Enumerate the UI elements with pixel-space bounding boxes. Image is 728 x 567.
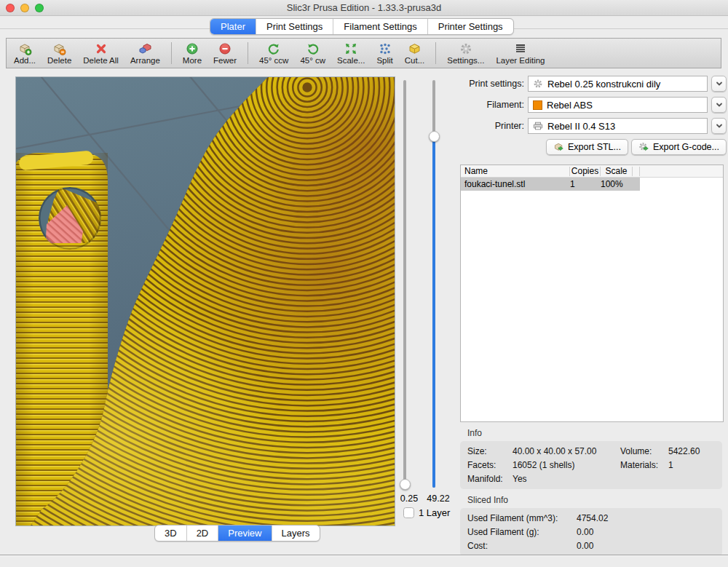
toolbar-separator	[248, 42, 248, 64]
printer-dropdown-button[interactable]	[711, 118, 727, 134]
zoom-window-button[interactable]	[35, 4, 44, 12]
more-copies-button[interactable]: More	[177, 41, 207, 66]
column-header-name[interactable]: Name	[461, 167, 570, 176]
printer-combo[interactable]: Rebel II 0.4 S13	[528, 118, 708, 134]
bottom-divider-highlight	[0, 555, 728, 556]
settings-button[interactable]: Settings...	[441, 41, 490, 66]
rotate-ccw-button[interactable]: 45° ccw	[253, 41, 294, 66]
chevron-down-icon	[715, 122, 724, 130]
print-settings-label: Print settings:	[460, 79, 524, 89]
filament-color-swatch	[533, 100, 542, 110]
chevron-down-icon	[715, 100, 724, 109]
chevron-down-icon	[715, 79, 724, 88]
tab-filament-settings[interactable]: Filament Settings	[333, 19, 427, 34]
export-stl-icon	[553, 142, 564, 152]
add-object-icon	[18, 42, 32, 55]
view-tab-2d[interactable]: 2D	[187, 526, 219, 541]
rotate-cw-icon	[306, 42, 320, 55]
export-gcode-icon	[638, 142, 649, 152]
layer-range-fill	[432, 140, 435, 488]
delete-all-button[interactable]: Delete All	[77, 41, 124, 66]
delete-all-icon	[95, 42, 108, 55]
tab-printer-settings[interactable]: Printer Settings	[428, 19, 513, 34]
min-layer-thumb[interactable]	[400, 479, 411, 490]
fewer-icon	[218, 42, 232, 55]
used-filament-g-label: Used Filament (g):	[467, 527, 577, 537]
toolbar-separator	[435, 42, 436, 64]
filament-label: Filament:	[460, 100, 524, 110]
preview-3d-viewport[interactable]	[15, 76, 395, 526]
printer-label: Printer:	[460, 121, 524, 131]
manifold-value: Yes	[513, 474, 620, 484]
max-layer-value: 49.22	[422, 493, 455, 504]
column-header-scale[interactable]: Scale	[601, 167, 633, 176]
split-button[interactable]: Split	[371, 41, 398, 66]
facets-label: Facets:	[467, 460, 513, 470]
view-tab-layers[interactable]: Layers	[272, 526, 320, 541]
max-layer-thumb[interactable]	[429, 131, 440, 142]
one-layer-checkbox[interactable]	[403, 507, 414, 518]
main-tabs: Plater Print Settings Filament Settings …	[210, 18, 514, 35]
title-bar: Slic3r Prusa Edition - 1.33.3-prusa3d	[0, 0, 728, 16]
main-tab-row: Plater Print Settings Filament Settings …	[0, 16, 728, 36]
rotate-ccw-icon	[267, 42, 280, 55]
used-filament-mm3-label: Used Filament (mm^3):	[467, 513, 577, 523]
delete-object-icon	[52, 42, 66, 55]
layer-slider-values: 0.25 49.22	[397, 493, 459, 504]
sliced-info-box: Used Filament (mm^3): 4754.02 Used Filam…	[460, 508, 722, 556]
tab-plater[interactable]: Plater	[210, 19, 256, 34]
column-header-copies[interactable]: Copies	[570, 167, 601, 176]
size-label: Size:	[467, 446, 513, 456]
object-name-cell: foukaci-tunel.stl	[461, 179, 570, 189]
cut-button[interactable]: Cut...	[399, 41, 430, 66]
layer-slider-panel: 0.25 49.22 1 Layer	[397, 77, 459, 528]
table-row[interactable]: foukaci-tunel.stl 1 100%	[461, 178, 723, 191]
min-layer-slider[interactable]	[403, 80, 406, 488]
print-settings-dropdown-button[interactable]	[711, 76, 727, 92]
minimize-window-button[interactable]	[20, 4, 29, 12]
used-filament-g-value: 0.00	[577, 527, 715, 537]
export-stl-button[interactable]: Export STL...	[546, 139, 628, 155]
view-tab-3d[interactable]: 3D	[155, 526, 187, 541]
materials-label: Materials:	[620, 460, 668, 470]
filament-row: Filament: Rebel ABS	[460, 97, 727, 113]
view-tab-preview[interactable]: Preview	[218, 526, 272, 541]
one-layer-label: 1 Layer	[419, 507, 450, 518]
size-value: 40.00 x 40.00 x 57.00	[513, 446, 620, 456]
layer-editing-button[interactable]: Layer Editing	[490, 41, 550, 66]
settings-gear-icon	[459, 42, 472, 55]
view-mode-tabs: 3D 2D Preview Layers	[154, 525, 320, 542]
traffic-lights	[6, 4, 44, 12]
used-filament-mm3-value: 4754.02	[577, 513, 715, 523]
print-settings-combo[interactable]: Rebel 0.25 konstrukcni dily	[528, 76, 708, 92]
app-window: Slic3r Prusa Edition - 1.33.3-prusa3d Pl…	[0, 0, 728, 567]
more-icon	[186, 42, 199, 55]
add-button[interactable]: Add...	[8, 41, 41, 66]
export-buttons-row: Export STL... Export G-code...	[460, 139, 727, 155]
cut-icon	[408, 42, 422, 55]
one-layer-row: 1 Layer	[403, 507, 450, 518]
rotate-cw-button[interactable]: 45° cw	[294, 41, 331, 66]
layer-editing-icon	[514, 42, 527, 55]
filament-dropdown-button[interactable]	[711, 97, 727, 113]
filament-combo[interactable]: Rebel ABS	[528, 97, 708, 113]
scale-button[interactable]: Scale...	[331, 41, 371, 66]
objects-table-header: Name Copies Scale	[461, 165, 723, 178]
print-settings-row: Print settings: Rebel 0.25 konstrukcni d…	[460, 76, 727, 92]
column-header-pad	[633, 167, 640, 176]
delete-button[interactable]: Delete	[41, 41, 77, 66]
arrange-button[interactable]: Arrange	[124, 41, 166, 66]
split-icon	[379, 42, 392, 55]
tab-print-settings[interactable]: Print Settings	[256, 19, 333, 34]
close-window-button[interactable]	[6, 4, 15, 12]
sliced-info-section-title: Sliced Info	[467, 495, 727, 505]
arrange-icon	[138, 42, 152, 55]
info-box: Size: 40.00 x 40.00 x 57.00 Volume: 5422…	[460, 441, 722, 489]
cost-value: 0.00	[577, 541, 715, 551]
fewer-copies-button[interactable]: Fewer	[207, 41, 242, 66]
preset-gear-icon	[533, 79, 543, 89]
export-gcode-button[interactable]: Export G-code...	[631, 139, 727, 155]
printer-row: Printer: Rebel II 0.4 S13	[460, 118, 727, 134]
objects-table[interactable]: Name Copies Scale foukaci-tunel.stl 1 10…	[460, 164, 724, 422]
plater-toolbar: Add... Delete Delete All Arrange	[6, 38, 721, 68]
